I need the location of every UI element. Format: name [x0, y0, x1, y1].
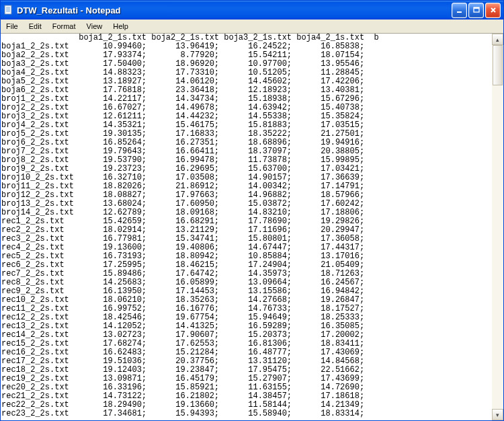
- text-area[interactable]: boja1_2_1s.txt boja2_2_1s.txt boja3_2_1s…: [1, 34, 492, 420]
- scroll-up-button[interactable]: ▴: [492, 34, 503, 45]
- window-controls: [452, 3, 502, 18]
- titlebar[interactable]: DTW_Rezultati - Notepad: [1, 1, 503, 20]
- table-row: rec23_2_2s.txt 17.34681; 15.94393; 15.58…: [1, 410, 492, 418]
- menu-view[interactable]: View: [81, 20, 108, 33]
- notepad-window: DTW_Rezultati - Notepad File Edit Format…: [0, 0, 504, 421]
- vertical-scrollbar[interactable]: ▴ ▾: [492, 34, 503, 420]
- svg-rect-5: [457, 11, 462, 13]
- menu-help[interactable]: Help: [108, 20, 134, 33]
- scroll-down-button[interactable]: ▾: [492, 409, 503, 420]
- scroll-track[interactable]: [492, 45, 503, 409]
- content-wrap: boja1_2_1s.txt boja2_2_1s.txt boja3_2_1s…: [1, 34, 503, 420]
- close-button[interactable]: [485, 3, 501, 18]
- notepad-icon: [3, 5, 14, 15]
- maximize-button[interactable]: [468, 3, 484, 18]
- menubar: File Edit Format View Help: [1, 20, 503, 34]
- minimize-button[interactable]: [452, 3, 467, 18]
- window-title: DTW_Rezultati - Notepad: [17, 5, 121, 15]
- menu-format[interactable]: Format: [47, 20, 81, 33]
- scroll-thumb[interactable]: [493, 45, 503, 85]
- menu-file[interactable]: File: [1, 20, 24, 33]
- menu-edit[interactable]: Edit: [24, 20, 47, 33]
